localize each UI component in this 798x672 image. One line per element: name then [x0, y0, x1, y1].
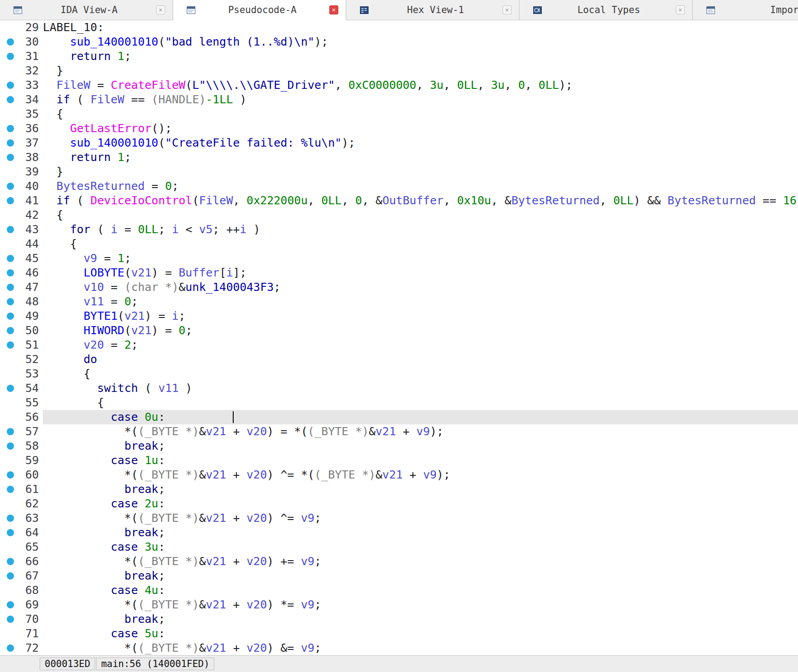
code-line[interactable]: 47 v10 = (char *)&unk_1400043F3; — [0, 280, 798, 295]
code-line[interactable]: 50 HIWORD(v21) = 0; — [0, 323, 798, 338]
code-line[interactable]: 33 FileW = CreateFileW(L"\\\\.\\GATE_Dri… — [0, 78, 798, 92]
code-line[interactable]: 37 sub_140001010("CreateFile failed: %lu… — [0, 136, 798, 150]
line-number: 33 — [25, 78, 39, 92]
status-bar: 000013ED main:56 (140001FED) — [0, 655, 798, 672]
tab-pseudocode-a[interactable]: Pseudocode-A ✕ — [173, 0, 346, 20]
code-line[interactable]: 55 { — [0, 396, 798, 410]
code-line[interactable]: 49 BYTE1(v21) = i; — [0, 309, 798, 323]
code-line[interactable]: 59 case 1u: — [0, 453, 798, 468]
code-line[interactable]: 58 break; — [0, 439, 798, 453]
code-text: sub_140001010("CreateFile failed: %lu\n"… — [43, 136, 798, 150]
code-line[interactable]: 29LABEL_10: — [0, 20, 798, 35]
line-number: 41 — [25, 193, 39, 208]
line-gutter: 68 — [0, 583, 43, 598]
statement-dot-icon — [7, 226, 14, 233]
code-text: case 0u: — [43, 410, 798, 424]
code-line[interactable]: 61 break; — [0, 482, 798, 497]
code-line[interactable]: 56 case 0u: — [0, 410, 798, 424]
pseudocode-view[interactable]: 29LABEL_10:30 sub_140001010("bad length … — [0, 20, 798, 655]
tab-hex-view-1[interactable]: Hex View-1 ✕ — [346, 0, 520, 20]
line-number: 62 — [25, 497, 39, 511]
line-gutter: 63 — [0, 511, 43, 525]
status-position: main:56 (140001FED) — [96, 658, 214, 670]
line-number: 30 — [25, 35, 39, 49]
code-line[interactable]: 36 GetLastError(); — [0, 121, 798, 136]
close-icon[interactable]: ✕ — [503, 5, 512, 14]
code-line[interactable]: 72 *((_BYTE *)&v21 + v20) &= v9; — [0, 641, 798, 655]
code-line[interactable]: 45 v9 = 1; — [0, 251, 798, 266]
code-line[interactable]: 57 *((_BYTE *)&v21 + v20) = *((_BYTE *)&… — [0, 424, 798, 439]
close-icon[interactable]: ✕ — [676, 5, 685, 14]
pseudocode-icon — [187, 6, 195, 14]
code-line[interactable]: 51 v20 = 2; — [0, 338, 798, 352]
statement-dot-icon — [7, 616, 14, 623]
statement-dot-icon — [7, 471, 14, 479]
code-line[interactable]: 31 return 1; — [0, 49, 798, 64]
code-text: break; — [43, 525, 798, 540]
line-gutter: 30 — [0, 35, 43, 49]
code-line[interactable]: 41 if ( DeviceIoControl(FileW, 0x222000u… — [0, 193, 798, 208]
code-line[interactable]: 53 { — [0, 367, 798, 381]
code-line[interactable]: 46 LOBYTE(v21) = Buffer[i]; — [0, 266, 798, 280]
line-number: 46 — [25, 266, 39, 280]
line-gutter: 62 — [0, 497, 43, 511]
code-line[interactable]: 62 case 2u: — [0, 497, 798, 511]
line-gutter: 52 — [0, 352, 43, 367]
code-line[interactable]: 40 BytesReturned = 0; — [0, 179, 798, 193]
code-line[interactable]: 52 do — [0, 352, 798, 367]
code-line[interactable]: 48 v11 = 0; — [0, 295, 798, 309]
code-text: *((_BYTE *)&v21 + v20) *= v9; — [43, 598, 798, 612]
line-gutter: 67 — [0, 569, 43, 583]
statement-dot-icon — [7, 284, 14, 291]
line-number: 43 — [25, 222, 39, 237]
line-gutter: 33 — [0, 78, 43, 92]
line-number: 69 — [25, 598, 39, 612]
line-number: 65 — [25, 540, 39, 554]
code-line[interactable]: 38 return 1; — [0, 150, 798, 165]
code-line[interactable]: 68 case 4u: — [0, 583, 798, 598]
code-text: *((_BYTE *)&v21 + v20) ^= v9; — [43, 511, 798, 525]
code-line[interactable]: 34 if ( FileW == (HANDLE)-1LL ) — [0, 92, 798, 107]
line-number: 38 — [25, 150, 39, 165]
code-text: v9 = 1; — [43, 251, 798, 266]
code-line[interactable]: 64 break; — [0, 525, 798, 540]
statement-dot-icon — [7, 341, 14, 349]
code-line[interactable]: 67 break; — [0, 569, 798, 583]
code-text: v11 = 0; — [43, 295, 798, 309]
code-line[interactable]: 65 case 3u: — [0, 540, 798, 554]
code-line[interactable]: 39 } — [0, 165, 798, 179]
code-line[interactable]: 30 sub_140001010("bad length (1..%d)\n")… — [0, 35, 798, 49]
tab-bar: IDA View-A ✕ Pseudocode-A ✕ Hex View-1 ✕… — [0, 0, 798, 20]
code-line[interactable]: 32 } — [0, 64, 798, 78]
close-icon[interactable]: ✕ — [329, 5, 338, 14]
code-line[interactable]: 42 { — [0, 208, 798, 222]
tab-imports[interactable]: Imports — [693, 0, 798, 20]
code-text: v10 = (char *)&unk_1400043F3; — [43, 280, 798, 295]
code-line[interactable]: 69 *((_BYTE *)&v21 + v20) *= v9; — [0, 598, 798, 612]
code-line[interactable]: 63 *((_BYTE *)&v21 + v20) ^= v9; — [0, 511, 798, 525]
close-icon[interactable]: ✕ — [156, 5, 165, 14]
line-gutter: 32 — [0, 64, 43, 78]
line-number: 40 — [25, 179, 39, 193]
tab-local-types[interactable]: Local Types ✕ — [520, 0, 693, 20]
code-line[interactable]: 35 { — [0, 107, 798, 121]
statement-dot-icon — [7, 572, 14, 580]
line-gutter: 57 — [0, 424, 43, 439]
code-text: *((_BYTE *)&v21 + v20) &= v9; — [43, 641, 798, 655]
tab-ida-view-a[interactable]: IDA View-A ✕ — [0, 0, 173, 20]
statement-dot-icon — [7, 428, 14, 435]
code-line[interactable]: 60 *((_BYTE *)&v21 + v20) ^= *((_BYTE *)… — [0, 468, 798, 482]
code-line[interactable]: 66 *((_BYTE *)&v21 + v20) += v9; — [0, 554, 798, 569]
code-line[interactable]: 54 switch ( v11 ) — [0, 381, 798, 396]
statement-dot-icon — [7, 183, 14, 190]
code-text: break; — [43, 482, 798, 497]
line-gutter: 43 — [0, 222, 43, 237]
line-number: 50 — [25, 323, 39, 338]
code-line[interactable]: 43 for ( i = 0LL; i < v5; ++i ) — [0, 222, 798, 237]
code-line[interactable]: 71 case 5u: — [0, 626, 798, 641]
line-number: 53 — [25, 367, 39, 381]
code-line[interactable]: 44 { — [0, 237, 798, 251]
code-line[interactable]: 70 break; — [0, 612, 798, 626]
line-number: 35 — [25, 107, 39, 121]
statement-dot-icon — [7, 442, 14, 450]
